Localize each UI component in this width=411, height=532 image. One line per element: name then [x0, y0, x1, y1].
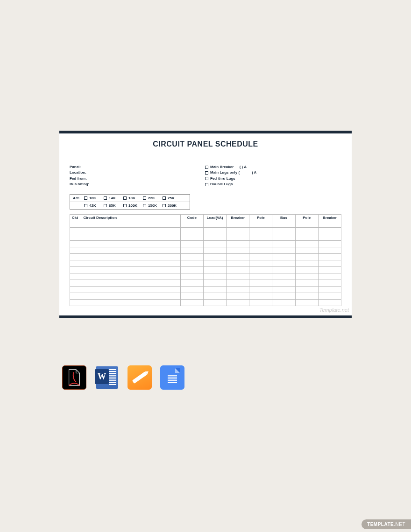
- file-format-icons: W: [62, 365, 184, 390]
- checkbox-icon: [205, 177, 208, 180]
- ac-label: A/C: [73, 196, 84, 200]
- table-header-row: Ckt Circuit Description Code Load(VA) Br…: [70, 214, 341, 221]
- word-icon[interactable]: W: [95, 365, 119, 390]
- label-main-breaker-suffix: ( ) A: [240, 164, 247, 170]
- checkbox-icon: [163, 196, 166, 200]
- table-row: [70, 240, 341, 247]
- info-right: Main Breaker ( ) A Main Lugs only ( ) A …: [205, 164, 256, 188]
- ac-row-1: A/C 10K 14K 18K 22K 25K: [70, 195, 190, 202]
- schedule-table: Ckt Circuit Description Code Load(VA) Br…: [70, 214, 341, 306]
- label-bus-rating: Bus rating:: [70, 182, 205, 187]
- ac-options-box: A/C 10K 14K 18K 22K 25K 42K 65K 100K 150…: [70, 194, 190, 210]
- checkbox-icon: [163, 204, 166, 207]
- table-row: [70, 293, 341, 299]
- checkbox-icon: [104, 196, 107, 200]
- label-panel: Panel:: [70, 164, 205, 170]
- table-row: [70, 260, 341, 266]
- label-fed-from: Fed from:: [70, 176, 205, 182]
- table-row: [70, 286, 341, 293]
- brand-main: TEMPLATE: [367, 522, 394, 527]
- ac-row-2: 42K 65K 100K 150K 200K: [70, 202, 190, 209]
- label-double-lugs: Double Lugs: [210, 182, 233, 187]
- label-main-breaker: Main Breaker: [210, 164, 234, 170]
- checkbox-icon: [205, 171, 208, 175]
- page-title: CIRCUIT PANEL SCHEDULE: [70, 140, 341, 148]
- checkbox-icon: [205, 183, 208, 186]
- label-location: Location:: [70, 170, 205, 175]
- document-preview: CIRCUIT PANEL SCHEDULE Panel: Location: …: [59, 131, 352, 318]
- table-row: [70, 234, 341, 240]
- table-row: [70, 273, 341, 280]
- brand-badge[interactable]: TEMPLATE.NET: [361, 519, 411, 529]
- checkbox-icon: [123, 204, 127, 207]
- label-main-lugs-suffix: ) A: [252, 170, 256, 175]
- checkbox-icon: [143, 204, 146, 207]
- brand-net: .NET: [394, 522, 405, 527]
- info-left: Panel: Location: Fed from: Bus rating:: [70, 164, 205, 188]
- checkbox-icon: [84, 204, 87, 207]
- pdf-icon[interactable]: [62, 365, 86, 390]
- checkbox-icon: [123, 196, 127, 200]
- table-row: [70, 266, 341, 273]
- checkbox-icon: [205, 166, 208, 169]
- info-section: Panel: Location: Fed from: Bus rating: M…: [70, 164, 341, 188]
- label-main-lugs: Main Lugs only (: [210, 170, 240, 175]
- checkbox-icon: [104, 204, 107, 207]
- table-row: [70, 280, 341, 286]
- checkbox-icon: [84, 196, 87, 200]
- table-row: [70, 247, 341, 253]
- table-row: [70, 221, 341, 227]
- google-docs-icon[interactable]: [160, 365, 184, 390]
- table-row: [70, 227, 341, 234]
- label-fed-thru: Fed-thru Lugs: [210, 176, 235, 182]
- checkbox-icon: [143, 196, 146, 200]
- watermark: Template.net: [319, 307, 349, 313]
- table-row: [70, 253, 341, 260]
- pages-icon[interactable]: [128, 365, 152, 390]
- table-row: [70, 299, 341, 306]
